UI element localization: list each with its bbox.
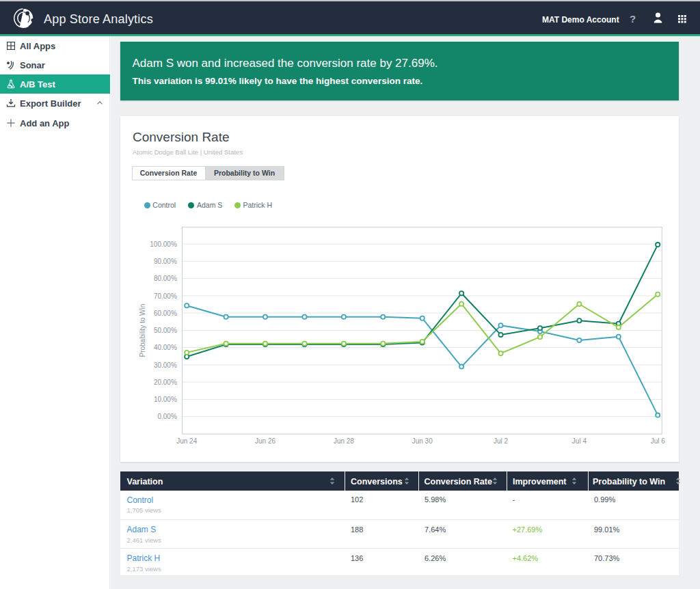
svg-text:20.00%: 20.00% bbox=[154, 379, 177, 386]
svg-text:50.00%: 50.00% bbox=[154, 327, 177, 334]
svg-text:60.00%: 60.00% bbox=[154, 310, 177, 317]
svg-text:40.00%: 40.00% bbox=[154, 344, 177, 351]
svg-text:30.00%: 30.00% bbox=[154, 361, 177, 369]
svg-text:Jul 6: Jul 6 bbox=[651, 437, 666, 445]
svg-text:90.00%: 90.00% bbox=[154, 258, 177, 265]
svg-text:70.00%: 70.00% bbox=[154, 292, 177, 300]
svg-text:Probability to Win: Probability to Win bbox=[139, 304, 147, 357]
svg-text:0.00%: 0.00% bbox=[157, 413, 176, 420]
svg-text:Jun 24: Jun 24 bbox=[176, 437, 197, 445]
svg-text:80.00%: 80.00% bbox=[154, 275, 177, 282]
svg-text:Jul 2: Jul 2 bbox=[494, 437, 509, 445]
svg-text:100.00%: 100.00% bbox=[150, 241, 177, 248]
svg-text:10.00%: 10.00% bbox=[154, 396, 177, 403]
svg-text:Jun 30: Jun 30 bbox=[412, 437, 433, 445]
svg-text:Jun 28: Jun 28 bbox=[334, 437, 354, 445]
svg-text:Jun 26: Jun 26 bbox=[255, 437, 275, 445]
svg-text:Jul 4: Jul 4 bbox=[572, 437, 587, 445]
